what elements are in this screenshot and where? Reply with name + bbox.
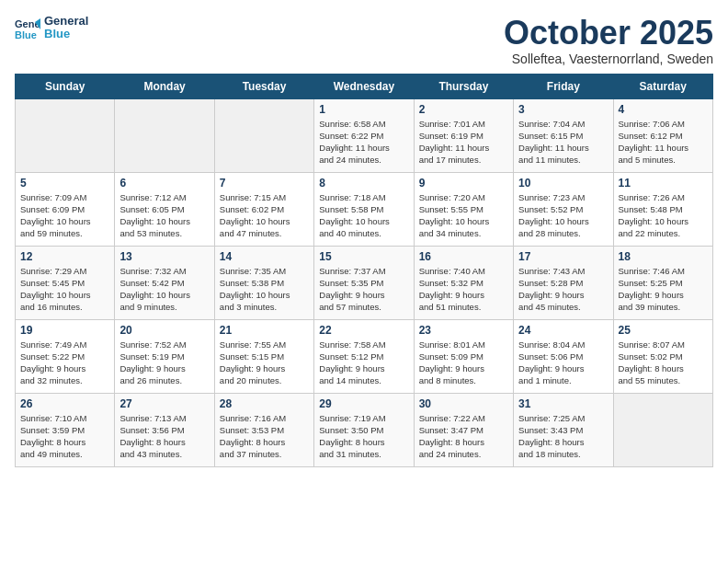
calendar-cell: 12Sunrise: 7:29 AM Sunset: 5:45 PM Dayli…: [16, 246, 115, 319]
calendar-cell: 6Sunrise: 7:12 AM Sunset: 6:05 PM Daylig…: [115, 172, 214, 246]
day-number: 14: [220, 250, 309, 263]
calendar-cell: 15Sunrise: 7:37 AM Sunset: 5:35 PM Dayli…: [314, 246, 414, 319]
day-info: Sunrise: 7:37 AM Sunset: 5:35 PM Dayligh…: [319, 265, 408, 314]
calendar-cell: [613, 393, 712, 466]
day-number: 12: [20, 250, 109, 263]
day-number: 30: [419, 397, 508, 410]
weekday-header-friday: Friday: [514, 74, 613, 98]
day-number: 2: [419, 103, 508, 116]
weekday-header-monday: Monday: [115, 74, 214, 98]
day-info: Sunrise: 7:43 AM Sunset: 5:28 PM Dayligh…: [518, 265, 608, 314]
calendar-cell: 5Sunrise: 7:09 AM Sunset: 6:09 PM Daylig…: [16, 172, 115, 246]
calendar-cell: 8Sunrise: 7:18 AM Sunset: 5:58 PM Daylig…: [314, 172, 414, 246]
day-number: 17: [518, 250, 608, 263]
logo-icon: General Blue: [15, 15, 40, 40]
logo-line1: General: [44, 15, 88, 28]
calendar-cell: 1Sunrise: 6:58 AM Sunset: 6:22 PM Daylig…: [314, 98, 414, 172]
day-info: Sunrise: 7:23 AM Sunset: 5:52 PM Dayligh…: [518, 191, 608, 240]
calendar-cell: 25Sunrise: 8:07 AM Sunset: 5:02 PM Dayli…: [613, 319, 712, 393]
day-number: 24: [518, 324, 608, 337]
calendar-week-1: 1Sunrise: 6:58 AM Sunset: 6:22 PM Daylig…: [16, 98, 713, 172]
calendar-cell: 11Sunrise: 7:26 AM Sunset: 5:48 PM Dayli…: [613, 172, 712, 246]
day-number: 5: [20, 177, 109, 190]
day-number: 16: [419, 250, 508, 263]
day-info: Sunrise: 7:29 AM Sunset: 5:45 PM Dayligh…: [20, 265, 109, 314]
calendar-cell: 30Sunrise: 7:22 AM Sunset: 3:47 PM Dayli…: [414, 393, 513, 466]
day-number: 6: [119, 177, 209, 190]
calendar-subtitle: Solleftea, Vaesternorrland, Sweden: [504, 52, 713, 66]
calendar-cell: [115, 98, 214, 172]
day-number: 15: [319, 250, 408, 263]
day-info: Sunrise: 7:04 AM Sunset: 6:15 PM Dayligh…: [518, 118, 608, 167]
calendar-title: October 2025: [504, 15, 713, 52]
day-info: Sunrise: 8:07 AM Sunset: 5:02 PM Dayligh…: [619, 339, 708, 387]
calendar-cell: 26Sunrise: 7:10 AM Sunset: 3:59 PM Dayli…: [16, 393, 115, 466]
day-info: Sunrise: 7:46 AM Sunset: 5:25 PM Dayligh…: [619, 265, 708, 314]
day-info: Sunrise: 7:55 AM Sunset: 5:15 PM Dayligh…: [220, 339, 309, 387]
day-info: Sunrise: 7:25 AM Sunset: 3:43 PM Dayligh…: [518, 412, 608, 461]
day-number: 19: [20, 324, 109, 337]
calendar-week-4: 19Sunrise: 7:49 AM Sunset: 5:22 PM Dayli…: [16, 319, 713, 393]
day-number: 1: [319, 103, 408, 116]
calendar-week-2: 5Sunrise: 7:09 AM Sunset: 6:09 PM Daylig…: [16, 172, 713, 246]
calendar-cell: 19Sunrise: 7:49 AM Sunset: 5:22 PM Dayli…: [16, 319, 115, 393]
calendar-cell: 13Sunrise: 7:32 AM Sunset: 5:42 PM Dayli…: [115, 246, 214, 319]
calendar-cell: 10Sunrise: 7:23 AM Sunset: 5:52 PM Dayli…: [514, 172, 613, 246]
day-info: Sunrise: 7:01 AM Sunset: 6:19 PM Dayligh…: [419, 118, 508, 167]
day-info: Sunrise: 8:04 AM Sunset: 5:06 PM Dayligh…: [518, 339, 608, 387]
calendar-cell: 27Sunrise: 7:13 AM Sunset: 3:56 PM Dayli…: [115, 393, 214, 466]
day-number: 26: [20, 397, 109, 410]
weekday-header-wednesday: Wednesday: [314, 74, 414, 98]
calendar-cell: 28Sunrise: 7:16 AM Sunset: 3:53 PM Dayli…: [214, 393, 313, 466]
day-info: Sunrise: 7:16 AM Sunset: 3:53 PM Dayligh…: [220, 412, 309, 461]
day-info: Sunrise: 7:40 AM Sunset: 5:32 PM Dayligh…: [419, 265, 508, 314]
day-info: Sunrise: 7:26 AM Sunset: 5:48 PM Dayligh…: [619, 191, 708, 240]
calendar-cell: 4Sunrise: 7:06 AM Sunset: 6:12 PM Daylig…: [613, 98, 712, 172]
day-info: Sunrise: 7:19 AM Sunset: 3:50 PM Dayligh…: [319, 412, 408, 461]
day-number: 31: [518, 397, 608, 410]
day-number: 28: [220, 397, 309, 410]
calendar-cell: 23Sunrise: 8:01 AM Sunset: 5:09 PM Dayli…: [414, 319, 513, 393]
calendar-cell: [214, 98, 313, 172]
day-number: 23: [419, 324, 508, 337]
day-info: Sunrise: 7:49 AM Sunset: 5:22 PM Dayligh…: [20, 339, 109, 387]
calendar-cell: 18Sunrise: 7:46 AM Sunset: 5:25 PM Dayli…: [613, 246, 712, 319]
day-info: Sunrise: 7:09 AM Sunset: 6:09 PM Dayligh…: [20, 191, 109, 240]
day-info: Sunrise: 7:22 AM Sunset: 3:47 PM Dayligh…: [419, 412, 508, 461]
day-number: 9: [419, 177, 508, 190]
day-number: 8: [319, 177, 408, 190]
day-info: Sunrise: 7:20 AM Sunset: 5:55 PM Dayligh…: [419, 191, 508, 240]
day-info: Sunrise: 7:52 AM Sunset: 5:19 PM Dayligh…: [119, 339, 209, 387]
weekday-header-thursday: Thursday: [414, 74, 513, 98]
calendar-cell: 7Sunrise: 7:15 AM Sunset: 6:02 PM Daylig…: [214, 172, 313, 246]
day-info: Sunrise: 7:32 AM Sunset: 5:42 PM Dayligh…: [119, 265, 209, 314]
calendar-cell: 2Sunrise: 7:01 AM Sunset: 6:19 PM Daylig…: [414, 98, 513, 172]
svg-text:Blue: Blue: [15, 29, 37, 40]
day-number: 18: [619, 250, 708, 263]
header: General Blue General Blue October 2025 S…: [15, 15, 713, 66]
day-number: 22: [319, 324, 408, 337]
calendar-cell: 17Sunrise: 7:43 AM Sunset: 5:28 PM Dayli…: [514, 246, 613, 319]
day-number: 21: [220, 324, 309, 337]
title-block: October 2025 Solleftea, Vaesternorrland,…: [504, 15, 713, 66]
day-number: 27: [119, 397, 209, 410]
day-number: 3: [518, 103, 608, 116]
calendar-cell: 24Sunrise: 8:04 AM Sunset: 5:06 PM Dayli…: [514, 319, 613, 393]
calendar-cell: 31Sunrise: 7:25 AM Sunset: 3:43 PM Dayli…: [514, 393, 613, 466]
calendar-cell: 16Sunrise: 7:40 AM Sunset: 5:32 PM Dayli…: [414, 246, 513, 319]
weekday-header-tuesday: Tuesday: [214, 74, 313, 98]
day-number: 29: [319, 397, 408, 410]
logo-line2: Blue: [44, 28, 88, 40]
day-info: Sunrise: 7:58 AM Sunset: 5:12 PM Dayligh…: [319, 339, 408, 387]
calendar-cell: 22Sunrise: 7:58 AM Sunset: 5:12 PM Dayli…: [314, 319, 414, 393]
logo: General Blue General Blue: [15, 15, 88, 41]
calendar-cell: 29Sunrise: 7:19 AM Sunset: 3:50 PM Dayli…: [314, 393, 414, 466]
weekday-header-row: SundayMondayTuesdayWednesdayThursdayFrid…: [16, 74, 713, 98]
calendar-cell: [16, 98, 115, 172]
day-info: Sunrise: 7:06 AM Sunset: 6:12 PM Dayligh…: [619, 118, 708, 167]
day-info: Sunrise: 7:18 AM Sunset: 5:58 PM Dayligh…: [319, 191, 408, 240]
day-info: Sunrise: 7:35 AM Sunset: 5:38 PM Dayligh…: [220, 265, 309, 314]
calendar-cell: 3Sunrise: 7:04 AM Sunset: 6:15 PM Daylig…: [514, 98, 613, 172]
day-number: 4: [619, 103, 708, 116]
day-number: 20: [119, 324, 209, 337]
